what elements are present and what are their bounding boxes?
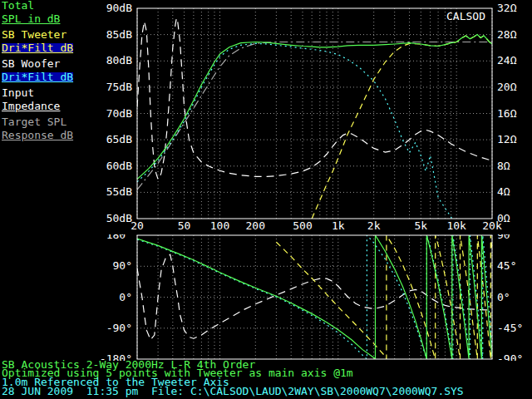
x-axis-label: 20 — [131, 219, 144, 232]
legend-line-label: Input — [2, 88, 73, 97]
x-axis-label: 200 — [246, 219, 265, 232]
legend-item-0: TotalSPL in dB — [2, 1, 73, 26]
y-axis-left-label: 75dB — [106, 81, 132, 93]
series-tweeter-phase — [276, 235, 492, 359]
y-axis-right-label: -90° — [497, 352, 523, 361]
legend-line-unit: Impedance — [2, 101, 60, 111]
legend-line-unit: Dri*Filt dB — [2, 72, 73, 81]
y-axis-right-label: -45° — [497, 322, 523, 334]
legend-item-1: SB TweeterDri*Filt dB — [2, 30, 73, 55]
x-axis-label: 500 — [293, 219, 312, 232]
calsod-screen: 90dB85dB80dB75dB70dB65dB60dB55dB50dB32Ω2… — [0, 0, 532, 399]
y-axis-left-label: 0° — [119, 291, 132, 303]
spl-impedance-chart: 90dB85dB80dB75dB70dB65dB60dB55dB50dB32Ω2… — [0, 0, 532, 234]
y-axis-left-label: 180° — [106, 234, 132, 241]
y-axis-right-label: 45° — [497, 259, 516, 272]
legend-line-unit: Response dB — [2, 131, 73, 140]
phase-chart: 180°90°0°-90°-180°90°45°0°-45°-90° — [0, 234, 532, 361]
y-axis-left-label: 80dB — [106, 54, 132, 66]
y-axis-left-label: 70dB — [106, 107, 132, 120]
y-axis-right-label: 8Ω — [497, 160, 510, 172]
series-tweeter-spl — [312, 35, 492, 219]
x-axis-label: 100 — [210, 219, 229, 232]
legend-line-unit: Dri*Filt dB — [2, 43, 73, 52]
calsod-watermark: CALSOD — [446, 10, 485, 22]
y-axis-right-label: 12Ω — [497, 133, 517, 145]
legend-line-label: Target SPL — [2, 117, 73, 126]
legend-line-label: SB Tweeter — [2, 30, 73, 39]
footer-notes: SB Acoustics 2-Way 2000Hz L-R 4th Order … — [2, 361, 353, 377]
y-axis-left-label: 60dB — [106, 160, 132, 172]
legend-item-3: InputImpedance — [2, 88, 73, 113]
y-axis-right-label: 4Ω — [497, 185, 510, 198]
status-bar: 28 JUN 2009 11:35 pm File: C:\CALSOD\LAU… — [2, 387, 464, 396]
series-total-spl — [137, 35, 492, 180]
y-axis-right-label: 28Ω — [497, 28, 517, 41]
legend: TotalSPL in dBSB TweeterDri*Filt dBSB Wo… — [2, 1, 73, 146]
x-axis-label: 10k — [446, 219, 466, 232]
y-axis-left-label: 50dB — [106, 212, 132, 224]
x-axis-label: 50 — [178, 219, 191, 232]
legend-line-label: Total — [2, 1, 73, 10]
legend-item-2: SB WooferDri*Filt dB — [2, 59, 73, 84]
y-axis-right-label: 24Ω — [497, 54, 517, 66]
x-axis-label: 1k — [332, 219, 345, 232]
y-axis-left-label: 55dB — [106, 185, 132, 198]
y-axis-left-label: 90dB — [106, 2, 132, 14]
y-axis-left-label: 85dB — [106, 28, 132, 41]
y-axis-left-label: 90° — [113, 259, 132, 272]
legend-line-label: SB Woofer — [2, 59, 73, 68]
series-woofer-spl — [137, 43, 454, 221]
y-axis-right-label: 0° — [497, 291, 510, 303]
y-axis-right-label: 90° — [497, 234, 516, 241]
x-axis-label: 2k — [367, 219, 381, 232]
x-axis-label: 20k — [482, 219, 502, 232]
x-axis-label: 5k — [414, 219, 427, 232]
series-target-spl — [137, 42, 492, 190]
legend-item-4: Target SPLResponse dB — [2, 117, 73, 142]
y-axis-left-label: -90° — [106, 322, 132, 334]
y-axis-left-label: 65dB — [106, 133, 132, 145]
legend-line-unit: SPL in dB — [2, 14, 60, 23]
y-axis-right-label: 32Ω — [497, 2, 517, 14]
y-axis-right-label: 20Ω — [497, 81, 517, 93]
y-axis-right-label: 16Ω — [497, 107, 517, 120]
